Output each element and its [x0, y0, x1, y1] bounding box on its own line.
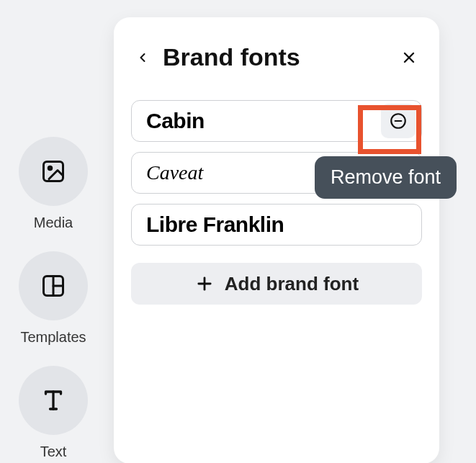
brand-fonts-panel: Brand fonts Cabin Caveat Libre Franklin — [114, 17, 439, 463]
close-icon — [400, 49, 418, 66]
panel-title: Brand fonts — [163, 43, 300, 71]
sidebar-item-templates[interactable]: Templates — [19, 251, 88, 346]
back-button[interactable] — [135, 49, 150, 66]
sidebar-item-label: Media — [34, 215, 73, 231]
font-row[interactable]: Cabin — [131, 100, 422, 142]
sidebar: Media Templates Text — [0, 137, 107, 460]
font-name: Cabin — [146, 109, 205, 133]
panel-header: Brand fonts — [131, 43, 422, 71]
templates-icon — [19, 251, 88, 320]
sidebar-item-media[interactable]: Media — [19, 137, 88, 231]
add-brand-font-label: Add brand font — [225, 273, 359, 295]
remove-font-button[interactable] — [381, 104, 416, 138]
sidebar-item-text[interactable]: Text — [19, 366, 88, 460]
plus-icon — [194, 274, 215, 294]
sidebar-item-label: Text — [40, 444, 67, 460]
chevron-left-icon — [135, 49, 150, 66]
close-button[interactable] — [400, 49, 418, 66]
add-brand-font-button[interactable]: Add brand font — [131, 263, 422, 305]
media-icon — [19, 137, 88, 206]
sidebar-item-label: Templates — [20, 329, 86, 346]
remove-icon — [389, 112, 408, 130]
font-name: Caveat — [146, 161, 203, 184]
text-icon — [19, 366, 88, 435]
svg-point-1 — [48, 166, 52, 170]
font-row[interactable]: Libre Franklin — [131, 204, 422, 246]
font-name: Libre Franklin — [146, 212, 284, 237]
remove-font-tooltip: Remove font — [315, 156, 457, 199]
